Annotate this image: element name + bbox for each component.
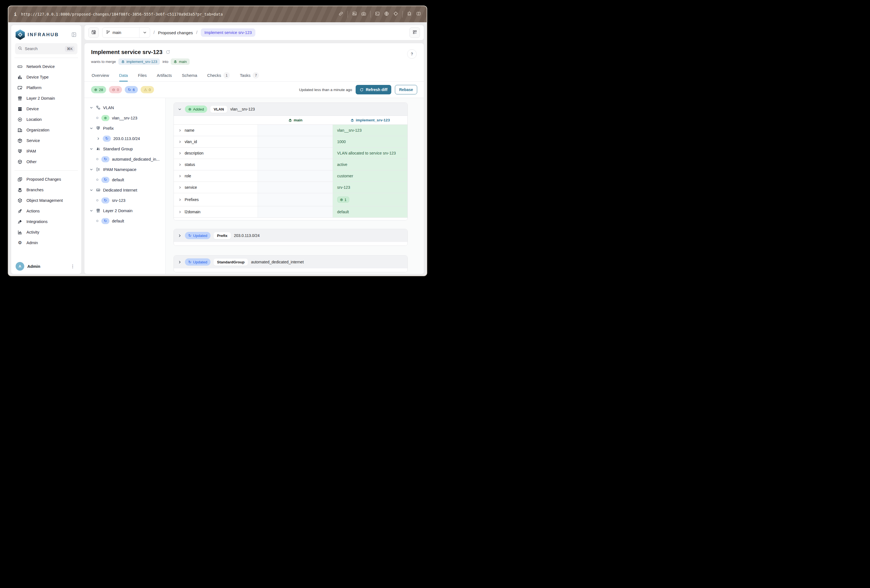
table-row: Prefixes ⊕1 [174, 193, 407, 206]
split-view-icon[interactable] [416, 11, 421, 17]
diff-card-header[interactable]: ↻Updated Prefix 203.0.113.0/24 [174, 229, 407, 242]
tree-group-ipam-namespace[interactable]: IPAM Namespace [89, 164, 163, 174]
property-cell[interactable]: vlan_id [174, 136, 258, 147]
time-travel-button[interactable] [88, 27, 99, 38]
sidebar-item-ipam[interactable]: IPAM [15, 146, 77, 156]
tab-data[interactable]: Data [119, 69, 128, 81]
sidebar-item-label: IPAM [27, 149, 36, 153]
sidebar-item-label: Actions [27, 209, 40, 213]
tree-item-ipam-default[interactable]: ↻ default [89, 174, 163, 185]
sidebar-item-branches[interactable]: Branches [15, 185, 77, 195]
help-button[interactable]: ? [407, 49, 417, 59]
globe-icon[interactable] [384, 11, 389, 17]
property-cell[interactable]: Prefixes [174, 193, 258, 206]
property-name: l2domain [185, 210, 201, 214]
source-branch-pill[interactable]: implement_srv-123 [118, 58, 160, 65]
sidebar-item-other[interactable]: Other [15, 156, 77, 167]
target-branch-pill[interactable]: main [171, 58, 189, 65]
search-shortcut: ⌘K [65, 46, 74, 52]
layers-icon [173, 60, 177, 64]
search-input[interactable]: Search ⌘K [15, 43, 77, 54]
tab-schema[interactable]: Schema [182, 69, 197, 81]
sidebar-item-actions[interactable]: Actions [15, 206, 77, 216]
sidebar-item-device[interactable]: Device [15, 104, 77, 114]
camera-icon[interactable] [361, 11, 366, 17]
breadcrumb-current[interactable]: Implement service srv-123 [201, 28, 255, 37]
tree-item-automated-dedicated-internet[interactable]: ↻ automated_dedicated_in... [89, 154, 163, 164]
tree-item-vlan-srv-123[interactable]: ⊕ vlan__srv-123 [89, 113, 163, 123]
main-value-cell [258, 147, 332, 159]
tab-artifacts[interactable]: Artifacts [157, 69, 172, 81]
sidebar-collapse-icon[interactable] [71, 32, 77, 37]
divider [15, 170, 78, 171]
url-text[interactable]: http://127.0.0.1:8000/proposed-changes/1… [21, 12, 223, 16]
kebab-menu-icon[interactable]: ⋮ [69, 262, 77, 270]
tree-group-standard-group[interactable]: Standard Group [89, 144, 163, 154]
sidebar-item-activity[interactable]: Activity [15, 227, 77, 237]
user-menu[interactable]: A Admin ⋮ [15, 260, 77, 271]
property-name: service [185, 185, 197, 190]
property-cell[interactable]: status [174, 159, 258, 170]
sidebar-item-proposed-changes[interactable]: Proposed Changes [15, 174, 77, 185]
info-icon[interactable]: i [14, 12, 17, 17]
chevron-right-icon [178, 163, 182, 167]
crosshair-icon[interactable] [393, 11, 398, 17]
sidebar-item-admin[interactable]: ⚙ Admin [15, 237, 77, 248]
object-name: automated_dedicated_internet [251, 260, 304, 264]
table-row: l2domain default [174, 206, 407, 218]
terminal-icon[interactable] [375, 11, 380, 17]
tree-group-label: Prefix [103, 126, 114, 131]
puzzle-icon[interactable] [407, 11, 412, 17]
search-placeholder: Search [25, 46, 37, 51]
rebase-button[interactable]: Rebase [395, 85, 417, 94]
tree-group-layer-2-domain[interactable]: Layer 2 Domain [89, 205, 163, 216]
property-cell[interactable]: l2domain [174, 206, 258, 217]
diff-summary-bar: ⊕28 ⊖0 ↻6 ⚠0 Updated less than a minute … [84, 82, 424, 98]
sidebar-item-label: Service [27, 138, 40, 143]
chevron-right-icon [178, 198, 182, 202]
sidebar-item-platform[interactable]: Platform [15, 82, 77, 93]
property-cell[interactable]: name [174, 125, 258, 136]
diff-card-header[interactable]: ↻Updated StandardGroup automated_dedicat… [174, 256, 407, 268]
tree-item-label: srv-123 [112, 198, 125, 203]
tab-files[interactable]: Files [138, 69, 147, 81]
property-name: role [185, 174, 191, 178]
sidebar-item-object-management[interactable]: Object Management [15, 195, 77, 206]
namespace-icon [96, 167, 101, 172]
branch-selector[interactable]: main [102, 27, 150, 38]
sidebar-item-device-type[interactable]: Device Type [15, 72, 77, 82]
checks-count-badge: 1 [223, 72, 230, 79]
refresh-diff-button[interactable]: Refresh diff [356, 85, 391, 94]
topology-view-button[interactable] [410, 27, 420, 38]
sidebar-item-network-device[interactable]: Network Device [15, 61, 77, 72]
tree-group-vlan[interactable]: VLAN [89, 103, 163, 113]
diff-card-header[interactable]: ⊕Added VLAN vlan__srv-123 [174, 103, 407, 116]
property-cell[interactable]: service [174, 182, 258, 193]
platform-icon [17, 85, 22, 91]
tree-item-srv-123[interactable]: ↻ srv-123 [89, 195, 163, 205]
tab-checks[interactable]: Checks1 [207, 69, 230, 81]
tab-tasks[interactable]: Tasks7 [240, 69, 259, 81]
brand-name: INFRAHUB [28, 32, 59, 37]
sidebar-item-organization[interactable]: Organization [15, 125, 77, 135]
refresh-icon[interactable] [165, 49, 170, 55]
breadcrumb-parent[interactable]: Proposed changes [158, 30, 193, 35]
tab-overview[interactable]: Overview [92, 69, 109, 81]
implement-branch-column: implement_srv-123 [333, 116, 407, 124]
diff-card-standard-group: ↻Updated StandardGroup automated_dedicat… [173, 255, 408, 272]
sidebar-item-layer-2-domain[interactable]: Layer 2 Domain [15, 93, 77, 104]
sidebar-item-location[interactable]: Location [15, 114, 77, 125]
tree-group-prefix[interactable]: Prefix [89, 123, 163, 133]
property-cell[interactable]: description [174, 147, 258, 159]
tree-group-dedicated-internet[interactable]: Dedicated Internet [89, 185, 163, 195]
sidebar-item-service[interactable]: Service [15, 135, 77, 146]
property-cell[interactable]: role [174, 170, 258, 182]
sidebar-item-integrations[interactable]: Integrations [15, 216, 77, 227]
link-icon[interactable] [338, 11, 343, 17]
added-badge: ⊕ [101, 115, 109, 121]
calendar-clock-icon [91, 30, 96, 36]
tree-item-l2-default[interactable]: ↻ default [89, 216, 163, 226]
chevron-down-icon [89, 209, 93, 213]
tree-item-prefix-203-0-113-0-24[interactable]: ↻ 203.0.113.0/24 [89, 133, 163, 144]
image-icon[interactable] [352, 11, 357, 17]
